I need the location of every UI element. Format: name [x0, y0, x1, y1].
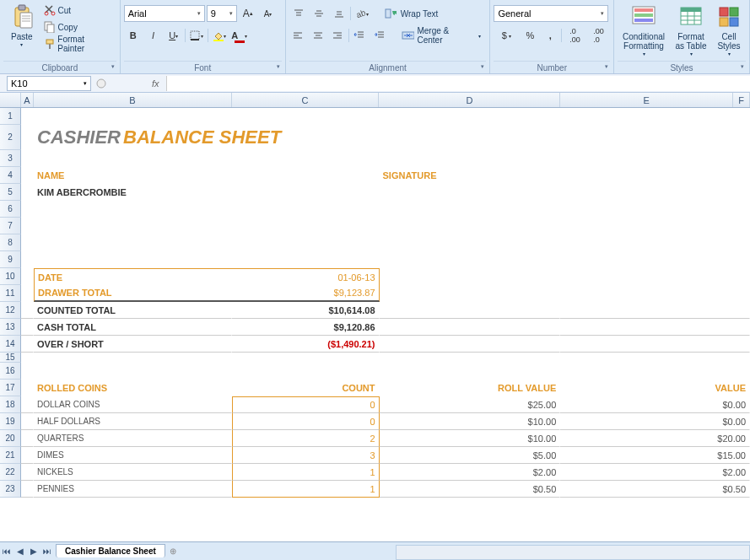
align-middle-button[interactable]	[310, 5, 328, 22]
tab-nav-last[interactable]: ⏭	[40, 545, 54, 558]
row-header-3[interactable]: 3	[0, 150, 21, 167]
decrease-font-button[interactable]: A▾	[259, 5, 278, 22]
italic-button[interactable]: I	[144, 27, 163, 44]
align-top-button[interactable]	[289, 5, 308, 22]
decrease-indent-button[interactable]	[351, 27, 369, 44]
row-header-6[interactable]: 6	[0, 201, 21, 218]
row-header-23[interactable]: 23	[0, 481, 21, 498]
format-as-table-button[interactable]: Format as Table▾	[670, 2, 712, 58]
row-header-7[interactable]: 7	[0, 218, 21, 234]
bold-button[interactable]: B	[124, 27, 143, 44]
row-header-22[interactable]: 22	[0, 464, 21, 481]
number-format-value: General	[498, 8, 531, 19]
coin-value: $0.00	[560, 413, 750, 430]
row-header-8[interactable]: 8	[0, 234, 21, 251]
fill-color-button[interactable]: ▾	[210, 27, 229, 44]
format-painter-button[interactable]: Format Painter	[40, 35, 116, 52]
svg-rect-46	[634, 19, 653, 22]
row-header-21[interactable]: 21	[0, 447, 21, 464]
svg-rect-15	[235, 40, 245, 43]
row-header-11[interactable]: 11	[0, 285, 21, 302]
col-header-a[interactable]: A	[21, 93, 34, 107]
align-bottom-button[interactable]	[330, 5, 348, 22]
col-header-f[interactable]: F	[733, 93, 750, 107]
cells[interactable]: CASHIER BALANCE SHEET NAMESIGNATURE KIM …	[21, 108, 750, 498]
row-header-18[interactable]: 18	[0, 396, 21, 413]
sheet-tab-active[interactable]: Cashier Balance Sheet	[56, 544, 165, 557]
merge-center-button[interactable]: Merge & Center▾	[397, 27, 486, 44]
count-label: COUNT	[232, 380, 380, 396]
wrap-text-button[interactable]: Wrap Text	[380, 5, 444, 22]
row-header-10[interactable]: 10	[0, 268, 21, 285]
svg-rect-56	[730, 18, 738, 26]
horizontal-scrollbar[interactable]	[396, 545, 750, 560]
comma-button[interactable]: ,	[541, 27, 559, 44]
row-header-5[interactable]: 5	[0, 184, 21, 201]
col-header-c[interactable]: C	[232, 93, 380, 107]
row-header-12[interactable]: 12	[0, 302, 21, 319]
fx-icon[interactable]: fx	[152, 78, 159, 89]
coin-roll-value: $10.00	[380, 430, 561, 447]
sheet-tabs-bar: ⏮ ◀ ▶ ⏭ Cashier Balance Sheet ⊕	[0, 541, 750, 560]
number-format-combo[interactable]: General▾	[494, 5, 608, 22]
row-header-9[interactable]: 9	[0, 251, 21, 268]
font-size-combo[interactable]: 9▾	[207, 5, 237, 22]
percent-button[interactable]: %	[521, 27, 539, 44]
coin-name: NICKELS	[34, 464, 232, 481]
row-header-2[interactable]: 2	[0, 125, 21, 150]
decrease-decimal-button[interactable]: .00.0	[587, 27, 609, 44]
cell-styles-button[interactable]: Cell Styles▾	[712, 2, 746, 58]
row-header-4[interactable]: 4	[0, 167, 21, 184]
tab-nav-first[interactable]: ⏮	[0, 545, 13, 558]
font-color-button[interactable]: A▾	[230, 27, 249, 44]
paste-button[interactable]: Paste ▾	[3, 2, 40, 49]
coin-count: 1	[232, 481, 380, 498]
svg-rect-55	[720, 18, 728, 26]
currency-button[interactable]: $▾	[494, 27, 519, 44]
select-all-corner[interactable]	[0, 93, 21, 107]
border-button[interactable]: ▾	[187, 27, 206, 44]
row-header-13[interactable]: 13	[0, 319, 21, 336]
underline-button[interactable]: U▾	[165, 27, 183, 44]
tab-nav-next[interactable]: ▶	[27, 545, 40, 558]
copy-button[interactable]: Copy	[40, 19, 116, 35]
align-center-button[interactable]	[309, 27, 326, 44]
increase-font-button[interactable]: A▴	[239, 5, 257, 22]
name-value: KIM ABERCROMBIE	[34, 184, 232, 201]
row-header-1[interactable]: 1	[0, 108, 21, 125]
row-header-16[interactable]: 16	[0, 363, 21, 380]
name-label: NAME	[34, 167, 232, 184]
svg-rect-14	[213, 40, 224, 41]
counted-value: $10,614.08	[232, 302, 380, 319]
coin-roll-value: $5.00	[380, 447, 561, 464]
name-box[interactable]: K10▾	[7, 76, 91, 91]
coin-row: DOLLAR COINS0$25.00$0.00	[21, 396, 750, 413]
signature-label: SIGNATURE	[380, 167, 561, 184]
new-sheet-button[interactable]: ⊕	[165, 547, 181, 556]
row-header-19[interactable]: 19	[0, 413, 21, 430]
svg-rect-26	[386, 9, 391, 18]
coin-value: $0.00	[560, 396, 750, 413]
group-label-clipboard: Clipboard	[3, 61, 116, 73]
orientation-button[interactable]: ab▾	[353, 5, 371, 22]
column-headers: A B C D E F	[0, 93, 750, 108]
align-left-button[interactable]	[289, 27, 307, 44]
conditional-formatting-button[interactable]: Conditional Formatting▾	[618, 2, 670, 58]
row-header-17[interactable]: 17	[0, 380, 21, 396]
font-name-combo[interactable]: Arial▾	[124, 5, 205, 22]
col-header-d[interactable]: D	[379, 93, 560, 107]
row-header-15[interactable]: 15	[0, 353, 21, 363]
row-header-14[interactable]: 14	[0, 336, 21, 353]
tab-nav-prev[interactable]: ◀	[13, 545, 27, 558]
cut-button[interactable]: Cut	[40, 2, 116, 19]
formula-input[interactable]	[166, 76, 750, 91]
coin-roll-value: $2.00	[380, 464, 561, 481]
col-header-b[interactable]: B	[34, 93, 232, 107]
increase-decimal-button[interactable]: .0.00	[564, 27, 585, 44]
svg-rect-53	[720, 8, 728, 16]
col-header-e[interactable]: E	[560, 93, 733, 107]
increase-indent-button[interactable]	[370, 27, 388, 44]
font-name-value: Arial	[128, 8, 147, 19]
row-header-20[interactable]: 20	[0, 430, 21, 447]
align-right-button[interactable]	[328, 27, 346, 44]
